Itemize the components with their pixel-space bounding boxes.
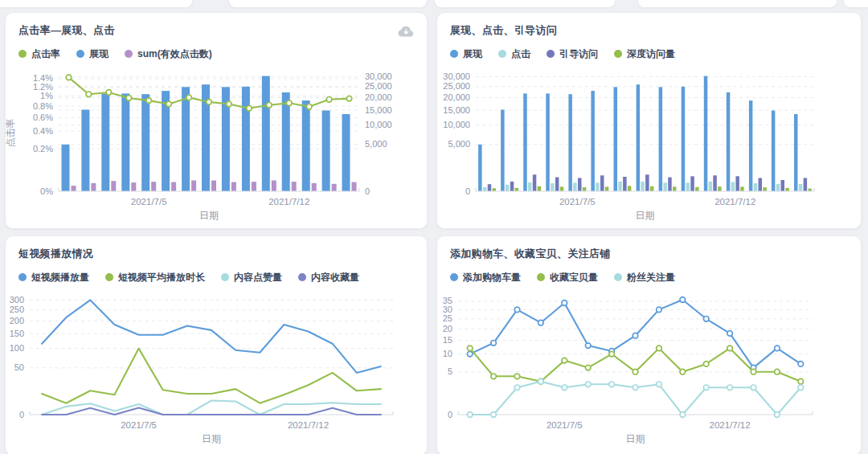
legend-label: 短视频播放量 [31, 271, 89, 284]
svg-text:2021/7/5: 2021/7/5 [547, 420, 583, 430]
legend-item[interactable]: 收藏宝贝量 [537, 271, 598, 284]
legend: 点击率展现sum(有效点击数) [6, 40, 427, 64]
legend-dot [547, 50, 555, 58]
chart-card-cart-favorites-follows: 添加购物车、收藏宝贝、关注店铺 添加购物车量收藏宝贝量粉丝关注量 3530252… [436, 235, 862, 454]
chart-title: 添加购物车、收藏宝贝、关注店铺 [450, 247, 611, 261]
svg-text:2021/7/5: 2021/7/5 [121, 420, 157, 430]
svg-text:1%: 1% [40, 91, 53, 100]
legend-item[interactable]: sum(有效点击数) [125, 47, 212, 61]
svg-text:10: 10 [443, 349, 452, 358]
svg-text:20: 20 [443, 324, 452, 333]
svg-text:2021/7/12: 2021/7/12 [714, 197, 755, 207]
chart-plot[interactable]: 30,00025,00020,00015,00010,0005,00001.4%… [6, 65, 401, 229]
card-stub [228, 0, 428, 8]
legend-dot [18, 273, 27, 281]
legend-item[interactable]: 内容点赞量 [221, 271, 282, 284]
svg-text:0: 0 [465, 186, 470, 196]
svg-text:2021/7/12: 2021/7/12 [288, 420, 329, 430]
svg-text:0: 0 [365, 186, 370, 196]
legend-label: 点击 [511, 47, 530, 61]
svg-text:2021/7/12: 2021/7/12 [710, 420, 751, 430]
legend-label: 展现 [463, 47, 482, 61]
legend-item[interactable]: 短视频播放量 [18, 271, 89, 284]
svg-text:20,000: 20,000 [365, 92, 392, 102]
svg-text:2021/7/5: 2021/7/5 [131, 197, 167, 207]
legend-item[interactable]: 内容收藏量 [298, 271, 359, 284]
legend-label: 引导访问 [559, 47, 598, 61]
legend-item[interactable]: 粉丝关注量 [614, 271, 675, 284]
svg-text:20,000: 20,000 [443, 92, 470, 102]
svg-text:25,000: 25,000 [365, 81, 392, 91]
svg-text:点击率: 点击率 [6, 119, 16, 148]
legend-label: 深度访问量 [627, 47, 675, 61]
legend-dot [18, 50, 27, 58]
legend-item[interactable]: 展现 [450, 47, 482, 61]
svg-text:150: 150 [10, 329, 24, 338]
legend-item[interactable]: 点击率 [18, 47, 60, 61]
legend-dot [614, 273, 622, 281]
svg-text:2021/7/12: 2021/7/12 [268, 197, 309, 207]
cloud-download-icon[interactable] [396, 23, 416, 38]
legend-item[interactable]: 引导访问 [547, 47, 598, 61]
legend-dot [221, 273, 229, 281]
card-header: 展现、点击、引导访问 [437, 13, 861, 40]
card-header: 短视频播放情况 [6, 236, 427, 264]
svg-text:30,000: 30,000 [365, 72, 392, 81]
legend-label: 内容收藏量 [311, 271, 359, 284]
legend-label: 展现 [89, 47, 108, 61]
svg-text:日期: 日期 [202, 433, 221, 444]
legend-label: 点击率 [31, 47, 60, 61]
svg-text:0.6%: 0.6% [33, 112, 53, 122]
legend: 展现点击引导访问深度访问量 [437, 40, 861, 64]
legend-dot [614, 50, 622, 58]
svg-text:0: 0 [19, 410, 24, 419]
legend-dot [125, 50, 133, 58]
svg-text:日期: 日期 [199, 210, 219, 221]
chart-plot[interactable]: 353025201510502021/7/52021/7/12日期 [437, 288, 835, 453]
svg-text:100: 100 [10, 343, 24, 353]
svg-text:日期: 日期 [636, 210, 655, 221]
svg-text:15,000: 15,000 [443, 105, 470, 115]
svg-text:0%: 0% [40, 186, 53, 196]
legend-dot [537, 273, 545, 281]
chart-plot[interactable]: 3002502001501005002021/7/52021/7/12日期 [6, 288, 401, 453]
svg-text:0: 0 [448, 410, 452, 419]
legend-item[interactable]: 短视频平均播放时长 [105, 271, 205, 284]
card-stub [637, 0, 837, 8]
svg-text:15: 15 [443, 335, 452, 345]
legend-label: 添加购物车量 [463, 271, 521, 284]
card-stub [434, 0, 616, 8]
legend-label: 收藏宝贝量 [550, 271, 598, 284]
legend-dot [76, 50, 84, 58]
legend-dot [498, 50, 506, 58]
legend: 短视频播放量短视频平均播放时长内容点赞量内容收藏量 [6, 264, 427, 288]
svg-text:50: 50 [14, 362, 24, 372]
svg-text:200: 200 [10, 316, 24, 325]
svg-text:30,000: 30,000 [443, 72, 470, 81]
legend-dot [450, 50, 458, 58]
svg-text:5,000: 5,000 [448, 139, 470, 149]
chart-plot[interactable]: 30,00025,00020,00015,00010,0005,00002021… [437, 65, 835, 229]
legend-label: sum(有效点击数) [137, 47, 212, 61]
svg-text:5: 5 [448, 366, 452, 376]
legend-item[interactable]: 点击 [498, 47, 530, 61]
legend-dot [298, 273, 306, 281]
svg-text:日期: 日期 [626, 433, 645, 444]
svg-text:0.2%: 0.2% [33, 144, 53, 153]
svg-text:300: 300 [10, 295, 24, 305]
cloud-download-icon-glyph [397, 24, 415, 38]
svg-text:10,000: 10,000 [365, 120, 392, 129]
chart-card-impressions-clicks-visits: 展现、点击、引导访问 展现点击引导访问深度访问量 30,00025,00020,… [436, 12, 862, 229]
legend-item[interactable]: 展现 [76, 47, 108, 61]
legend-label: 短视频平均播放时长 [118, 271, 205, 284]
svg-text:0.4%: 0.4% [33, 126, 53, 136]
svg-text:15,000: 15,000 [365, 105, 392, 115]
legend-item[interactable]: 添加购物车量 [450, 271, 521, 284]
card-stub [843, 0, 868, 8]
legend: 添加购物车量收藏宝贝量粉丝关注量 [437, 264, 861, 288]
svg-text:250: 250 [10, 305, 24, 314]
card-header: 添加购物车、收藏宝贝、关注店铺 [437, 236, 861, 264]
legend-item[interactable]: 深度访问量 [614, 47, 675, 61]
svg-text:10,000: 10,000 [443, 120, 470, 129]
chart-card-short-video-plays: 短视频播放情况 短视频播放量短视频平均播放时长内容点赞量内容收藏量 300250… [5, 235, 428, 454]
